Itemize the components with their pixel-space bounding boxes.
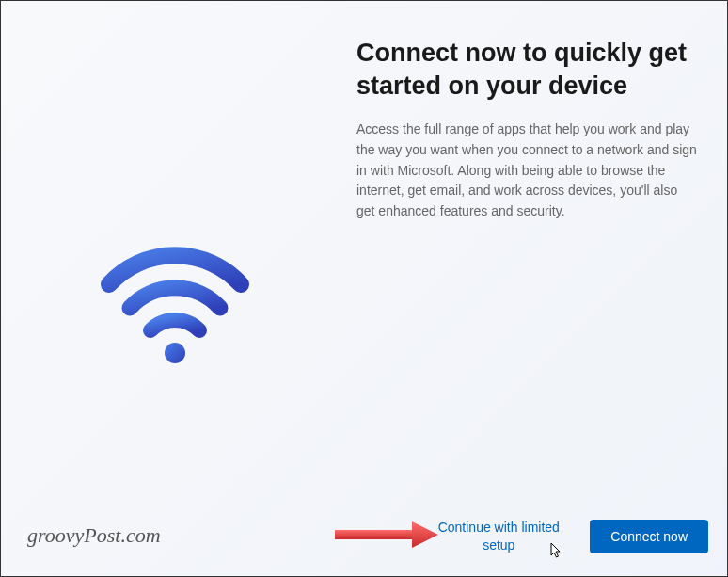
arrow-annotation-icon	[335, 521, 438, 548]
page-title: Connect now to quickly get started on yo…	[356, 37, 699, 103]
oobe-network-screen: Connect now to quickly get started on yo…	[1, 1, 727, 576]
wifi-icon	[100, 242, 250, 364]
content-panel: Connect now to quickly get started on yo…	[349, 1, 727, 576]
watermark-text: groovyPost.com	[27, 523, 161, 548]
continue-limited-link[interactable]: Continue with limited setup	[428, 519, 569, 555]
svg-marker-2	[412, 521, 438, 548]
footer-actions: Continue with limited setup Connect now	[428, 519, 708, 555]
illustration-panel	[1, 1, 349, 576]
connect-now-button[interactable]: Connect now	[590, 520, 708, 553]
page-description: Access the full range of apps that help …	[356, 120, 699, 221]
svg-point-0	[165, 343, 185, 363]
svg-rect-1	[335, 530, 412, 539]
cursor-icon	[550, 542, 562, 559]
